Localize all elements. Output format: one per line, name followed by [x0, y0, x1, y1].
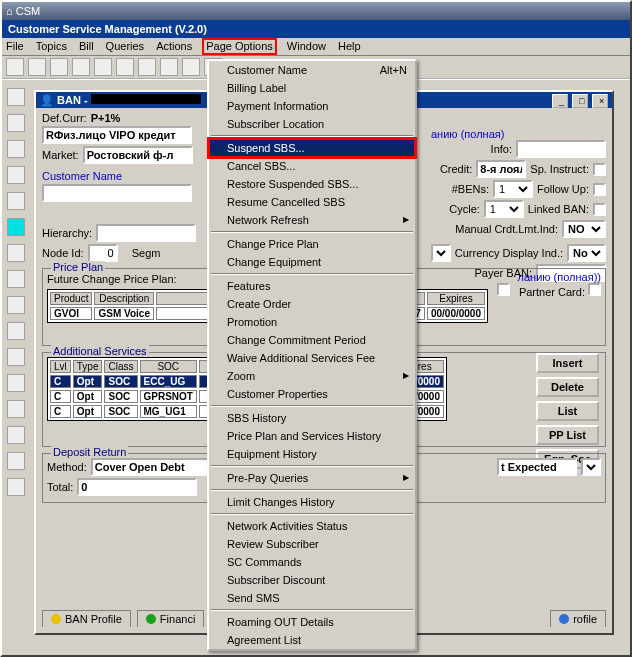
sidebar-icon[interactable] — [7, 452, 25, 470]
nodeid-field[interactable] — [88, 244, 118, 262]
sidebar-icon[interactable] — [7, 114, 25, 132]
menu-item-revsub[interactable]: Review Subscriber — [209, 535, 415, 553]
toolbar-btn[interactable] — [138, 58, 156, 76]
menu-item-agree[interactable]: Agreement List — [209, 631, 415, 649]
customer-name-field[interactable] — [42, 184, 192, 202]
menu-item-eqh[interactable]: Equipment History — [209, 445, 415, 463]
col-product[interactable]: Product — [50, 292, 92, 305]
cdi-select[interactable]: No — [567, 244, 606, 262]
toolbar-btn[interactable] — [160, 58, 178, 76]
menu-item-promo[interactable]: Promotion — [209, 313, 415, 331]
sidebar-icon[interactable] — [7, 166, 25, 184]
sidebar-icon[interactable] — [7, 88, 25, 106]
partner-check[interactable] — [588, 283, 601, 296]
col-class[interactable]: Class — [104, 360, 137, 373]
menu-page-options[interactable]: Page Options — [202, 38, 277, 55]
bens-select[interactable]: 1 — [493, 180, 533, 198]
sidebar-icon[interactable] — [7, 374, 25, 392]
cycle-select[interactable]: 1 — [484, 200, 524, 218]
menu-item-waive[interactable]: Waive Additional Services Fee — [209, 349, 415, 367]
tab-financial[interactable]: Financi — [137, 610, 204, 627]
menu-item-prepay[interactable]: Pre-Pay Queries — [209, 469, 415, 487]
menu-bill[interactable]: Bill — [79, 40, 94, 53]
col-type[interactable]: Type — [73, 360, 103, 373]
sidebar-icon[interactable] — [7, 218, 25, 236]
menu-item-limit[interactable]: Limit Changes History — [209, 493, 415, 511]
sidebar-icon[interactable] — [7, 296, 25, 314]
menu-queries[interactable]: Queries — [106, 40, 145, 53]
tab-profile[interactable]: rofile — [550, 610, 606, 627]
insert-button[interactable]: Insert — [536, 353, 599, 373]
col-lvl[interactable]: Lvl — [50, 360, 71, 373]
menu-actions[interactable]: Actions — [156, 40, 192, 53]
toolbar-btn[interactable] — [182, 58, 200, 76]
menu-item-feat[interactable]: Features — [209, 277, 415, 295]
sidebar-icon[interactable] — [7, 244, 25, 262]
menu-item-commit[interactable]: Change Commitment Period — [209, 331, 415, 349]
spinstruct-check[interactable] — [593, 163, 606, 176]
menu-item-bill[interactable]: Billing Label — [209, 79, 415, 97]
menu-item-restore[interactable]: Restore Suspended SBS... — [209, 175, 415, 193]
menu-file[interactable]: File — [6, 40, 24, 53]
menu-item-resume[interactable]: Resume Cancelled SBS — [209, 193, 415, 211]
menu-item-cprops[interactable]: Customer Properties — [209, 385, 415, 403]
linkedban-check[interactable] — [593, 203, 606, 216]
menu-item-roam[interactable]: Roaming OUT Details — [209, 613, 415, 631]
col-expires[interactable]: Expires — [427, 292, 485, 305]
deposit-status-select[interactable] — [581, 458, 601, 476]
menu-item-netact[interactable]: Network Activities Status — [209, 517, 415, 535]
toolbar-btn[interactable] — [6, 58, 24, 76]
menu-item-chgeq[interactable]: Change Equipment — [209, 253, 415, 271]
child-minimize-button[interactable]: _ — [552, 94, 568, 108]
col-soc[interactable]: SOC — [140, 360, 197, 373]
sidebar-icon[interactable] — [7, 348, 25, 366]
sidebar-icon[interactable] — [7, 192, 25, 210]
sidebar-icon[interactable] — [7, 478, 25, 496]
menu-help[interactable]: Help — [338, 40, 361, 53]
hier-select[interactable] — [431, 244, 451, 262]
hierarchy-field[interactable] — [96, 224, 196, 242]
info-field[interactable] — [516, 140, 606, 158]
toolbar-btn[interactable] — [94, 58, 112, 76]
menu-item-suspend[interactable]: Suspend SBS... — [209, 139, 415, 157]
tab-ban-profile[interactable]: BAN Profile — [42, 610, 131, 627]
deposit-total-field[interactable] — [77, 478, 197, 496]
pp-check[interactable] — [497, 283, 510, 296]
deposit-method-field[interactable] — [91, 458, 211, 476]
pplist-button[interactable]: PP List — [536, 425, 599, 445]
menu-item-netref[interactable]: Network Refresh — [209, 211, 415, 229]
menu-topics[interactable]: Topics — [36, 40, 67, 53]
menu-item-subdisc[interactable]: Subscriber Discount — [209, 571, 415, 589]
followup-check[interactable] — [593, 183, 606, 196]
market-field[interactable] — [83, 146, 193, 164]
toolbar-btn[interactable] — [72, 58, 90, 76]
toolbar-btn[interactable] — [116, 58, 134, 76]
child-close-button[interactable]: × — [592, 94, 608, 108]
menu-item-sccmd[interactable]: SC Commands — [209, 553, 415, 571]
mcli-select[interactable]: NO — [562, 220, 606, 238]
menu-item-sbsh[interactable]: SBS History — [209, 409, 415, 427]
menu-item-subloc[interactable]: Subscriber Location — [209, 115, 415, 133]
list-button[interactable]: List — [536, 401, 599, 421]
menu-item-pph[interactable]: Price Plan and Services History — [209, 427, 415, 445]
col-desc[interactable]: Description — [94, 292, 154, 305]
menu-item-chgpp[interactable]: Change Price Plan — [209, 235, 415, 253]
menu-item-sms[interactable]: Send SMS — [209, 589, 415, 607]
sidebar-icon[interactable] — [7, 270, 25, 288]
menu-window[interactable]: Window — [287, 40, 326, 53]
menu-item-cust[interactable]: Customer NameAlt+N — [209, 61, 415, 79]
toolbar-btn[interactable] — [50, 58, 68, 76]
credit-field[interactable] — [476, 160, 526, 178]
sidebar-icon[interactable] — [7, 140, 25, 158]
menu-item-order[interactable]: Create Order — [209, 295, 415, 313]
account-type-field[interactable] — [42, 126, 192, 144]
child-maximize-button[interactable]: □ — [572, 94, 588, 108]
menu-item-zoom[interactable]: Zoom — [209, 367, 415, 385]
toolbar-btn[interactable] — [28, 58, 46, 76]
sidebar-icon[interactable] — [7, 400, 25, 418]
sidebar-icon[interactable] — [7, 426, 25, 444]
menu-item-cancel[interactable]: Cancel SBS... — [209, 157, 415, 175]
deposit-status-field[interactable] — [497, 458, 577, 476]
menu-item-pay[interactable]: Payment Information — [209, 97, 415, 115]
delete-button[interactable]: Delete — [536, 377, 599, 397]
